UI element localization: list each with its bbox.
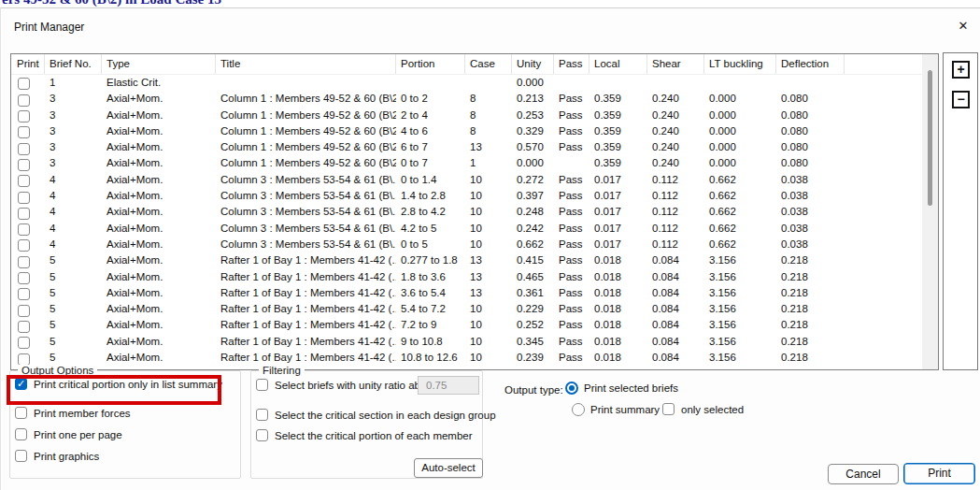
vertical-scrollbar[interactable] xyxy=(922,54,938,369)
column-header-pass[interactable]: Pass xyxy=(554,54,589,74)
close-icon[interactable]: ✕ xyxy=(955,18,972,35)
cell-brief-no: 4 xyxy=(45,221,102,237)
row-print-checkbox[interactable] xyxy=(18,288,30,300)
row-print-checkbox[interactable] xyxy=(18,239,30,252)
zoom-panel: + − xyxy=(943,52,978,370)
cell-brief-no: 3 xyxy=(45,108,102,123)
cell-title: Column 1 : Members 49-52 & 60 (B\2) xyxy=(216,91,396,107)
table-row: 4Axial+Mom.Column 3 : Members 53-54 & 61… xyxy=(11,188,938,204)
column-header-shear[interactable]: Shear xyxy=(647,54,704,74)
cell-brief-no: 4 xyxy=(45,204,102,220)
print-member-forces-label: Print member forces xyxy=(34,408,131,419)
cell-portion xyxy=(396,75,465,91)
cell-brief-no: 3 xyxy=(45,91,102,107)
cell-shear xyxy=(647,75,704,91)
column-header-type[interactable]: Type xyxy=(102,54,216,74)
table-row: 3Axial+Mom.Column 1 : Members 49-52 & 60… xyxy=(11,108,938,123)
zoom-in-icon[interactable]: + xyxy=(952,61,970,79)
print-summary-label: Print summary xyxy=(590,404,660,415)
print-graphics-label: Print graphics xyxy=(34,451,99,462)
auto-select-button[interactable]: Auto-select xyxy=(414,458,483,478)
cell-local xyxy=(589,366,647,370)
row-print-checkbox[interactable] xyxy=(18,192,30,204)
row-print-checkbox[interactable] xyxy=(18,305,30,317)
cell-deflection: 0.218 xyxy=(776,269,845,285)
critical-section-label: Select the critical section in each desi… xyxy=(275,410,496,421)
column-header-lt-buckling[interactable]: LT buckling xyxy=(704,54,776,74)
cell-case: 13 xyxy=(465,139,512,155)
row-print-checkbox[interactable] xyxy=(18,272,30,284)
row-print-checkbox[interactable] xyxy=(18,159,30,171)
print-button[interactable]: Print xyxy=(903,463,975,484)
cell-unity: 0.361 xyxy=(512,285,554,301)
unity-ratio-input[interactable]: 0.75 xyxy=(418,376,479,395)
row-print-checkbox[interactable] xyxy=(18,353,30,366)
print-graphics-checkbox[interactable] xyxy=(15,450,27,462)
cell-title: Column 1 : Members 49-52 & 60 (B\2) xyxy=(216,139,396,155)
column-header-title[interactable]: Title xyxy=(216,54,396,74)
cell-lt-buckling: 0.662 xyxy=(704,237,776,252)
print-member-forces-checkbox[interactable] xyxy=(15,407,27,419)
cell-case xyxy=(465,75,512,91)
cell-title: Rafter 1 of Bay 1 : Members 41-42 (... xyxy=(216,252,396,268)
only-selected-checkbox[interactable] xyxy=(662,403,675,415)
cell-deflection: 0.218 xyxy=(776,301,845,317)
row-print-checkbox[interactable] xyxy=(18,78,30,90)
cell-unity: 0.248 xyxy=(512,204,554,220)
cell-unity: 0.000 xyxy=(512,155,554,171)
print-one-per-page-checkbox[interactable] xyxy=(15,428,27,440)
cell-shear: 0.084 xyxy=(647,269,704,285)
cancel-button[interactable]: Cancel xyxy=(828,464,899,484)
print-one-per-page-label: Print one per page xyxy=(34,429,122,440)
cell-case: 1 xyxy=(465,155,512,171)
zoom-out-icon[interactable]: − xyxy=(952,91,970,108)
row-print-checkbox[interactable] xyxy=(18,143,30,155)
cell-type: Axial+Mom. xyxy=(102,301,216,317)
column-header-portion[interactable]: Portion xyxy=(396,54,465,74)
cell-case: 10 xyxy=(465,350,512,366)
cell-lt-buckling xyxy=(704,366,776,370)
cell-title: Column 3 : Members 53-54 & 61 (B\... xyxy=(216,237,396,252)
cell-shear: 0.112 xyxy=(647,237,704,252)
unity-ratio-checkbox[interactable] xyxy=(256,379,268,391)
cell-local: 0.018 xyxy=(589,301,647,317)
cell-type: Elastic Crit. xyxy=(102,75,216,91)
critical-section-checkbox[interactable] xyxy=(256,409,268,421)
print-critical-portion-checkbox[interactable] xyxy=(15,378,27,390)
row-print-checkbox[interactable] xyxy=(18,256,30,268)
cell-local: 0.359 xyxy=(589,155,647,171)
cell-type: Axial+Mom. xyxy=(102,123,216,139)
critical-portion-checkbox[interactable] xyxy=(256,429,268,441)
row-print-checkbox[interactable] xyxy=(18,110,30,122)
cell-print xyxy=(11,188,45,204)
cell-deflection: 0.080 xyxy=(776,139,845,155)
cell-type: Axial+Mom. xyxy=(102,188,216,204)
column-header-print[interactable]: Print xyxy=(11,54,45,74)
table-row: 3Axial+Mom.Column 1 : Members 49-52 & 60… xyxy=(11,139,938,155)
column-header-case[interactable]: Case xyxy=(465,54,512,74)
column-header-local[interactable]: Local xyxy=(589,54,647,74)
row-print-checkbox[interactable] xyxy=(18,337,30,349)
print-selected-briefs-radio[interactable] xyxy=(565,382,578,395)
column-header-deflection[interactable]: Deflection xyxy=(776,54,845,74)
cell-pass: Pass xyxy=(554,269,589,285)
row-print-checkbox[interactable] xyxy=(18,208,30,220)
scrollbar-thumb[interactable] xyxy=(928,70,932,206)
cell-lt-buckling: 3.156 xyxy=(704,350,776,366)
row-print-checkbox[interactable] xyxy=(18,126,30,138)
screenshot-root: ers 49-52 & 60 (B\2) in Load Case 13 Pri… xyxy=(0,0,980,490)
cell-lt-buckling: 3.156 xyxy=(704,301,776,317)
cell-shear: 0.240 xyxy=(647,91,704,107)
row-print-checkbox[interactable] xyxy=(18,175,30,187)
cell-local: 0.359 xyxy=(589,123,647,139)
row-print-checkbox[interactable] xyxy=(18,94,30,107)
row-print-checkbox[interactable] xyxy=(18,321,30,333)
print-summary-radio[interactable] xyxy=(572,403,585,416)
row-print-checkbox[interactable] xyxy=(18,223,30,236)
cell-local: 0.359 xyxy=(589,139,647,155)
cell-print xyxy=(11,252,45,268)
cell-unity xyxy=(512,366,554,370)
table-body: 1Elastic Crit.0.0003Axial+Mom.Column 1 :… xyxy=(11,75,938,370)
column-header-brief-no[interactable]: Brief No. xyxy=(45,54,102,74)
column-header-unity[interactable]: Unity xyxy=(512,54,554,74)
